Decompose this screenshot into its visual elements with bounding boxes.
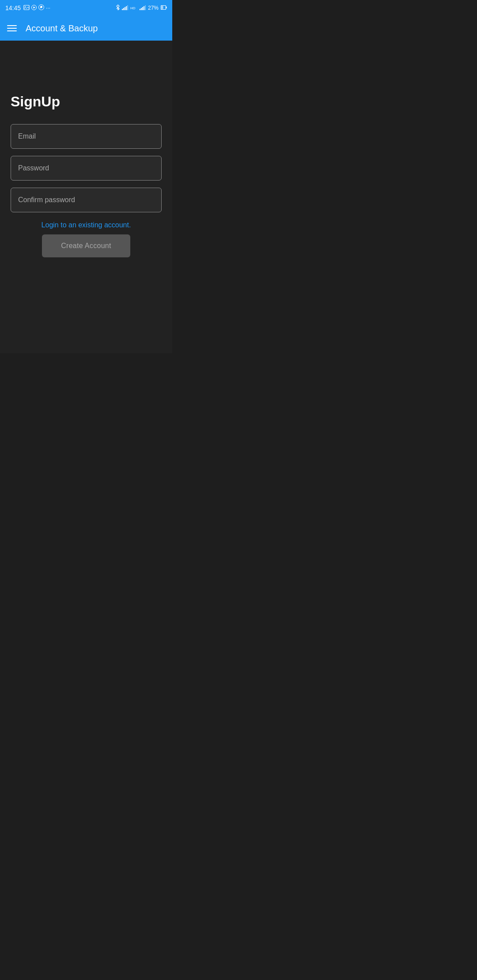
bluetooth-icon	[116, 4, 120, 12]
svg-text:HD: HD	[130, 6, 136, 10]
svg-rect-15	[144, 6, 144, 10]
status-time: 14:45	[5, 4, 21, 11]
signal-strength-icon	[122, 4, 128, 12]
confirm-password-field[interactable]	[11, 188, 162, 212]
battery-percent: 27%	[148, 5, 159, 11]
login-link[interactable]: Login to an existing account.	[42, 221, 131, 229]
battery-icon	[161, 4, 167, 12]
more-status-icon: ···	[46, 5, 50, 11]
whatsapp-status-icon	[38, 4, 44, 11]
svg-rect-9	[126, 6, 127, 10]
svg-rect-18	[166, 7, 167, 8]
create-account-button[interactable]: Create Account	[42, 234, 130, 257]
svg-rect-12	[140, 9, 140, 10]
toolbar: Account & Backup	[0, 16, 172, 41]
toolbar-title: Account & Backup	[26, 23, 98, 34]
signup-heading: SignUp	[11, 41, 162, 124]
svg-marker-3	[34, 6, 36, 8]
svg-rect-6	[122, 9, 123, 10]
email-field[interactable]	[11, 124, 162, 149]
svg-point-1	[25, 6, 26, 7]
status-bar: 14:45	[0, 0, 172, 16]
svg-rect-10	[127, 5, 128, 10]
menu-button[interactable]	[7, 25, 17, 31]
status-left: 14:45	[5, 4, 50, 11]
password-field[interactable]	[11, 156, 162, 181]
image-status-icon	[23, 5, 30, 11]
status-icons: ···	[23, 4, 50, 11]
svg-rect-13	[141, 8, 142, 10]
network-type-icon: HD	[130, 4, 137, 12]
svg-rect-16	[145, 5, 146, 10]
main-content: SignUp Login to an existing account. Cre…	[0, 41, 172, 353]
login-link-container: Login to an existing account.	[11, 221, 162, 229]
svg-rect-8	[125, 7, 125, 10]
signup-form	[11, 124, 162, 212]
svg-rect-19	[162, 6, 163, 9]
signal-strength-2-icon	[140, 4, 146, 12]
svg-rect-14	[142, 7, 143, 10]
play-status-icon	[31, 5, 37, 11]
status-right: HD 27%	[116, 4, 167, 12]
svg-rect-7	[123, 8, 124, 10]
